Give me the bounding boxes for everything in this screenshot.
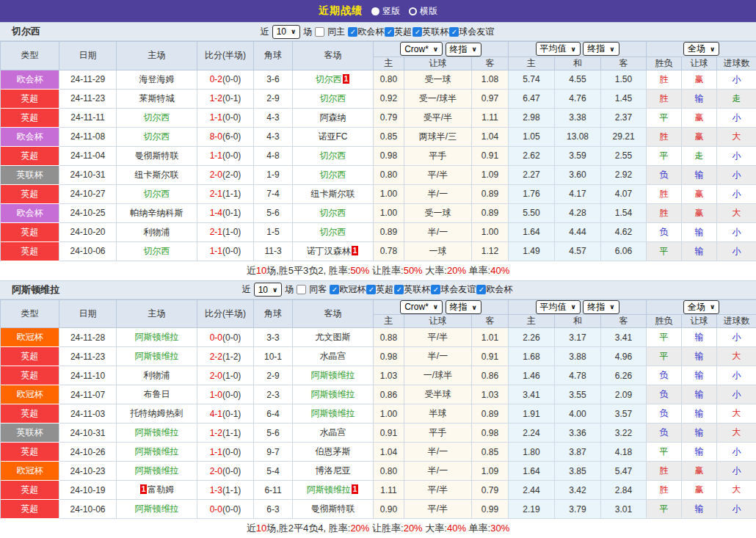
goals-result: 大: [717, 404, 756, 424]
odds-time-select[interactable]: 终指∨: [446, 300, 481, 314]
bookmaker-select[interactable]: Crow*∨: [400, 300, 443, 314]
away-team: 阿森纳: [293, 108, 374, 127]
league-checkbox[interactable]: ✓: [412, 27, 422, 37]
league-checkbox[interactable]: ✓: [431, 285, 440, 294]
average-select[interactable]: 平均值∨: [536, 300, 581, 314]
handicap-away-odds: 0.98: [472, 424, 509, 443]
league-checkbox[interactable]: ✓: [449, 27, 459, 37]
goals-result: 大: [717, 203, 756, 222]
odds-time-select[interactable]: 终指∨: [446, 43, 481, 57]
halftime-score: (0-1): [222, 93, 241, 103]
league-checkbox[interactable]: ✓: [330, 285, 339, 294]
league-type-badge: 英超: [1, 404, 59, 424]
same-venue-checkbox[interactable]: [297, 285, 306, 294]
away-team: 阿斯顿维拉1: [293, 481, 374, 500]
avg-draw-odds: 3.87: [555, 443, 601, 462]
layout-radio-horizontal[interactable]: 横版: [409, 5, 437, 18]
fulltime-score: 8-0: [210, 131, 222, 142]
team-name-text: 切尔西: [320, 227, 346, 237]
avg-time-select[interactable]: 终指∨: [583, 300, 619, 314]
fulltime-result: 平: [647, 347, 682, 366]
summary-text: 让胜率:: [369, 265, 403, 276]
team-name-text: 阿森纳: [320, 112, 346, 123]
avg-time-select[interactable]: 终指∨: [583, 42, 619, 56]
avg-away-odds: 3.22: [601, 424, 647, 443]
chevron-down-icon: ∨: [433, 303, 438, 310]
col-header-corner: 角球: [254, 299, 293, 328]
league-checkbox[interactable]: ✓: [476, 285, 486, 294]
league-type-badge: 英超: [1, 366, 59, 385]
corner-score: 6-11: [254, 481, 293, 500]
league-filter-item: ✓英联杯: [394, 283, 430, 296]
league-checkbox[interactable]: ✓: [366, 285, 376, 294]
league-checkbox[interactable]: ✓: [394, 285, 404, 294]
home-team: 海登海姆: [117, 70, 197, 89]
fulltime-result: 负: [647, 424, 682, 443]
league-filter-item: ✓英超: [366, 283, 393, 296]
fulltime-result: 负: [647, 404, 682, 424]
fulltime-score: 1-1: [210, 112, 222, 123]
avg-draw-odds: 3.85: [555, 462, 601, 481]
halftime-score: (0-0): [222, 150, 241, 161]
match-score: 1-1(0-0): [197, 443, 254, 462]
same-venue-label: 同主: [327, 26, 345, 38]
fulltime-result: 平: [647, 241, 682, 261]
league-checkbox[interactable]: ✓: [348, 27, 357, 37]
avg-away-odds: 29.21: [601, 127, 647, 146]
avg-home-odds: 2.98: [509, 108, 555, 127]
match-date: 24-10-06: [59, 500, 117, 519]
same-venue-label: 同客: [309, 283, 327, 296]
team-name-text: 托特纳姆热刺: [131, 408, 183, 418]
handicap-result: 输: [682, 222, 717, 241]
away-team: 切尔西: [293, 89, 374, 108]
team-name-text: 阿斯顿维拉: [135, 504, 179, 514]
league-checkbox[interactable]: ✓: [385, 27, 394, 37]
layout-radio-vertical[interactable]: 竖版: [371, 5, 400, 18]
scope-select[interactable]: 全场∨: [683, 42, 719, 56]
home-team: 切尔西: [117, 241, 197, 261]
avg-draw-odds: 4.28: [555, 203, 601, 222]
team-name-text: 切尔西: [144, 112, 170, 123]
match-score: 2-0(0-0): [197, 462, 254, 481]
handicap-group-header: Crow*∨ 终指∨: [374, 42, 509, 57]
handicap-result: 赢: [682, 481, 717, 500]
handicap-away-odds: 0.91: [472, 347, 509, 366]
team-name-text: 海登海姆: [139, 74, 175, 84]
handicap-result: 赢: [682, 70, 717, 89]
goals-result: 小: [717, 184, 756, 203]
team-name-text: 阿斯顿维拉: [311, 389, 355, 399]
fulltime-score: 1-1: [210, 447, 222, 457]
handicap-away-odds: 0.97: [472, 89, 509, 108]
league-checkbox-label: 欧会杯: [486, 283, 512, 296]
league-type-badge: 英超: [1, 222, 59, 241]
bookmaker-select[interactable]: Crow*∨: [400, 42, 443, 56]
corner-score: 1-9: [254, 165, 293, 184]
filter-bar: 近 10 ∨ 场 同客 ✓欧冠杯✓英超✓英联杯✓球会友谊✓欧会杯: [242, 283, 515, 297]
handicap-result: 赢: [682, 462, 717, 481]
home-team: 阿斯顿维拉: [117, 443, 197, 462]
avg-draw-odds: 4.44: [555, 222, 601, 241]
topbar: 近期战绩 竖版 横版: [0, 0, 756, 22]
fulltime-score: 1-2: [210, 93, 222, 103]
same-venue-checkbox[interactable]: [315, 27, 324, 37]
team-name-text: 布鲁日: [144, 389, 170, 399]
team-name-text: 博洛尼亚: [316, 465, 351, 476]
handicap-line: 一球: [404, 241, 472, 261]
team-name-text: 阿斯顿维拉: [135, 332, 179, 342]
team-name-text: 诺亚FC: [319, 131, 348, 142]
avg-away-odds: 5.47: [601, 462, 647, 481]
league-filter-item: ✓欧会杯: [476, 283, 512, 296]
match-count-select[interactable]: 10 ∨: [254, 283, 283, 297]
handicap-away-odds: 0.91: [472, 146, 509, 165]
corner-score: 5-6: [254, 203, 293, 222]
match-count-select[interactable]: 10 ∨: [272, 25, 301, 39]
handicap-home-odds: 1.00: [374, 404, 404, 424]
scope-select[interactable]: 全场∨: [683, 300, 719, 314]
league-type-badge: 欧会杯: [1, 203, 59, 222]
average-select[interactable]: 平均值∨: [536, 42, 581, 56]
match-date: 24-10-19: [59, 481, 117, 500]
handicap-result: 赢: [682, 127, 717, 146]
corner-score: 6-4: [254, 404, 293, 424]
league-type-badge: 欧会杯: [1, 127, 59, 146]
col-header-away: 客场: [293, 299, 374, 328]
